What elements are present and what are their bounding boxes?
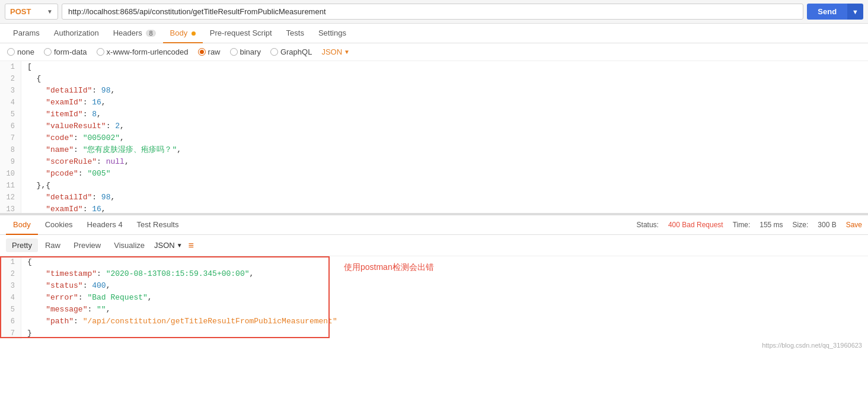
resp-headers-badge: 4 bbox=[118, 220, 122, 229]
url-bar: POST ▼ Send ▼ bbox=[0, 0, 868, 24]
send-arrow-button[interactable]: ▼ bbox=[847, 4, 863, 20]
resp-format-arrow-icon: ▼ bbox=[177, 242, 183, 249]
req-line-5: 5 "itemId": 8, bbox=[0, 109, 868, 120]
wrap-icon[interactable]: ≡ bbox=[189, 240, 194, 251]
size-value: 300 B bbox=[818, 221, 836, 229]
radio-binary bbox=[230, 48, 238, 56]
radio-formdata bbox=[44, 48, 52, 56]
rv-tab-preview[interactable]: Preview bbox=[68, 238, 107, 252]
response-status-row: Status: 400 Bad Request Time: 155 ms Siz… bbox=[637, 221, 862, 229]
tab-params[interactable]: Params bbox=[6, 24, 47, 43]
response-body-editor[interactable]: 1 { 2 "timestamp": "2020-08-13T08:15:59.… bbox=[0, 256, 868, 351]
resp-tab-headers[interactable]: Headers 4 bbox=[80, 215, 130, 235]
option-none[interactable]: none bbox=[7, 47, 34, 56]
app-container: POST ▼ Send ▼ Params Authorization Heade… bbox=[0, 0, 868, 404]
resp-line-1: 1 { bbox=[0, 256, 868, 268]
body-options-row: none form-data x-www-form-urlencoded raw… bbox=[0, 43, 868, 61]
option-graphql[interactable]: GraphQL bbox=[270, 47, 312, 56]
radio-graphql bbox=[270, 48, 278, 56]
rv-tab-raw[interactable]: Raw bbox=[39, 238, 66, 252]
req-line-9: 9 "scoreRule": null, bbox=[0, 156, 868, 168]
tab-authorization[interactable]: Authorization bbox=[47, 24, 106, 43]
req-line-4: 4 "examId": 16, bbox=[0, 97, 868, 109]
resp-tab-body[interactable]: Body bbox=[6, 215, 38, 235]
body-dot-indicator bbox=[192, 31, 196, 36]
request-body-editor[interactable]: 1 [ 2 { 3 "detailId": 98, 4 "examId": 16… bbox=[0, 61, 868, 215]
option-binary[interactable]: binary bbox=[230, 47, 261, 56]
req-line-13: 13 "examId": 16, bbox=[0, 203, 868, 215]
req-line-7: 7 "code": "005002", bbox=[0, 132, 868, 144]
size-label: Size: bbox=[793, 221, 809, 229]
send-button-group: Send ▼ bbox=[807, 4, 863, 20]
option-raw[interactable]: raw bbox=[198, 47, 221, 56]
resp-format-select[interactable]: JSON ▼ bbox=[154, 241, 183, 250]
request-tabs: Params Authorization Headers 8 Body Pre-… bbox=[0, 24, 868, 43]
save-response-button[interactable]: Save bbox=[846, 221, 862, 229]
req-line-10: 10 "pcode": "005" bbox=[0, 168, 868, 180]
watermark: https://blog.csdn.net/qq_31960623 bbox=[762, 342, 862, 349]
resp-line-6: 6 "path": "/api/constitution/getTitleRes… bbox=[0, 316, 868, 327]
method-arrow-icon: ▼ bbox=[47, 8, 53, 15]
resp-tab-testresults[interactable]: Test Results bbox=[130, 215, 186, 235]
resp-line-2: 2 "timestamp": "2020-08-13T08:15:59.345+… bbox=[0, 268, 868, 280]
status-value: 400 Bad Request bbox=[668, 221, 723, 229]
resp-line-7: 7 } bbox=[0, 327, 868, 339]
resp-line-4: 4 "error": "Bad Request", bbox=[0, 292, 868, 304]
req-line-12: 12 "detailId": 98, bbox=[0, 192, 868, 203]
json-format-select[interactable]: JSON ▼ bbox=[321, 47, 350, 56]
rv-tab-visualize[interactable]: Visualize bbox=[108, 238, 151, 252]
time-value: 155 ms bbox=[760, 221, 783, 229]
response-view-tabs: Pretty Raw Preview Visualize JSON ▼ ≡ bbox=[0, 235, 868, 256]
method-select[interactable]: POST ▼ bbox=[5, 4, 58, 20]
option-urlencoded[interactable]: x-www-form-urlencoded bbox=[97, 47, 189, 56]
json-format-label: JSON bbox=[321, 47, 342, 56]
req-line-3: 3 "detailId": 98, bbox=[0, 85, 868, 97]
tab-settings[interactable]: Settings bbox=[311, 24, 353, 43]
radio-raw bbox=[198, 48, 206, 56]
response-body-wrapper: 1 { 2 "timestamp": "2020-08-13T08:15:59.… bbox=[0, 256, 868, 351]
send-button[interactable]: Send bbox=[807, 4, 847, 20]
radio-none bbox=[7, 48, 15, 56]
tab-headers[interactable]: Headers 8 bbox=[106, 24, 163, 43]
option-formdata[interactable]: form-data bbox=[44, 47, 87, 56]
resp-format-label: JSON bbox=[154, 241, 175, 250]
tab-tests[interactable]: Tests bbox=[279, 24, 311, 43]
req-line-11: 11 },{ bbox=[0, 180, 868, 192]
resp-tab-cookies[interactable]: Cookies bbox=[38, 215, 80, 235]
radio-urlencoded bbox=[97, 48, 104, 56]
time-label: Time: bbox=[733, 221, 751, 229]
url-input[interactable] bbox=[62, 4, 803, 20]
req-line-6: 6 "valueResult": 2, bbox=[0, 120, 868, 132]
status-label: Status: bbox=[637, 221, 659, 229]
json-format-arrow-icon: ▼ bbox=[344, 49, 350, 55]
req-line-8: 8 "name": "您有皮肤湿疹、疱疹吗？", bbox=[0, 144, 868, 156]
headers-badge: 8 bbox=[146, 30, 155, 37]
req-line-1: 1 [ bbox=[0, 61, 868, 73]
tab-prerequest[interactable]: Pre-request Script bbox=[203, 24, 279, 43]
rv-tab-pretty[interactable]: Pretty bbox=[6, 238, 38, 252]
resp-line-3: 3 "status": 400, bbox=[0, 280, 868, 292]
resp-line-5: 5 "message": "", bbox=[0, 304, 868, 316]
method-label: POST bbox=[10, 7, 31, 16]
req-line-2: 2 { bbox=[0, 73, 868, 85]
response-tabs-row: Body Cookies Headers 4 Test Results Stat… bbox=[0, 215, 868, 235]
tab-body[interactable]: Body bbox=[163, 24, 203, 43]
